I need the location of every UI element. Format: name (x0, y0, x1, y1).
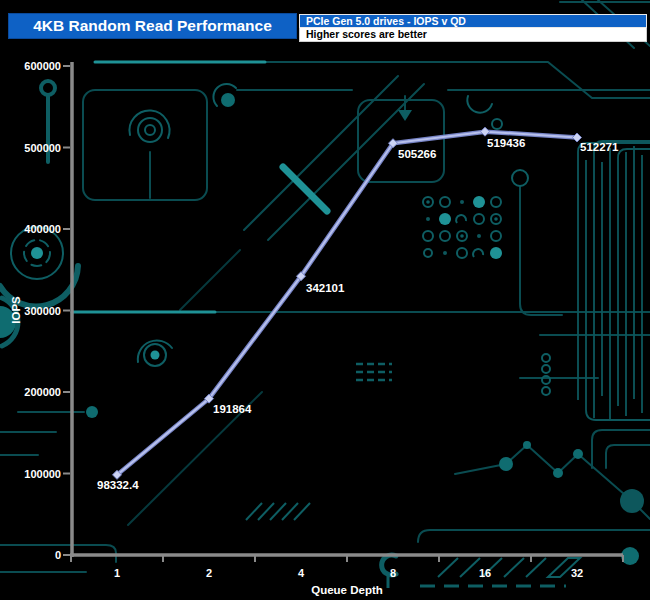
svg-text:519436: 519436 (487, 137, 525, 149)
svg-text:2: 2 (206, 567, 212, 579)
svg-text:Queue Depth: Queue Depth (311, 584, 383, 596)
iops-line-chart: 0100000200000300000400000500000600000 12… (0, 0, 650, 600)
svg-text:600000: 600000 (24, 60, 61, 72)
chart-title: 4KB Random Read Performance (8, 13, 297, 39)
data-labels: 98332.4191864342101505266519436512271 (97, 137, 619, 491)
svg-text:400000: 400000 (24, 223, 61, 235)
series-line (113, 127, 582, 479)
svg-text:8: 8 (390, 567, 396, 579)
y-axis-ticks: 0100000200000300000400000500000600000 (24, 60, 70, 561)
svg-text:4: 4 (298, 567, 305, 579)
svg-text:512271: 512271 (580, 141, 619, 153)
svg-text:100000: 100000 (24, 468, 61, 480)
chart-subtitle: PCIe Gen 5.0 drives - IOPS v QD (299, 14, 647, 28)
svg-text:IOPS: IOPS (10, 296, 22, 324)
svg-text:32: 32 (571, 567, 583, 579)
benchmark-chart-page: 0100000200000300000400000500000600000 12… (0, 0, 650, 600)
svg-text:16: 16 (479, 567, 491, 579)
svg-text:191864: 191864 (213, 403, 252, 415)
svg-text:300000: 300000 (24, 305, 61, 317)
chart-info-box: PCIe Gen 5.0 drives - IOPS v QD Higher s… (299, 14, 647, 42)
chart-note: Higher scores are better (299, 28, 647, 42)
svg-text:505266: 505266 (398, 148, 436, 160)
svg-text:200000: 200000 (24, 386, 61, 398)
svg-text:98332.4: 98332.4 (97, 479, 139, 491)
svg-text:1: 1 (114, 567, 120, 579)
svg-text:500000: 500000 (24, 142, 61, 154)
svg-text:0: 0 (55, 549, 61, 561)
x-axis-ticks: 12481632 (71, 555, 623, 579)
axis-titles: Queue DepthIOPS (10, 296, 383, 596)
svg-text:342101: 342101 (306, 282, 345, 294)
